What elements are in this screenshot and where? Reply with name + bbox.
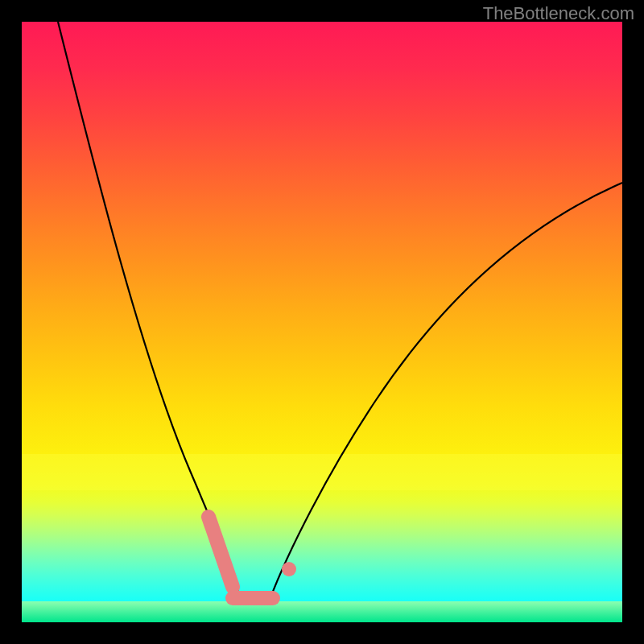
chart-svg	[22, 22, 622, 622]
right-marker-dot	[282, 562, 296, 576]
plot-area	[22, 22, 622, 622]
outer-frame: TheBottleneck.com	[0, 0, 644, 644]
right-branch-curve	[270, 183, 622, 600]
left-marker-segment	[208, 517, 233, 587]
watermark-text: TheBottleneck.com	[483, 3, 634, 24]
